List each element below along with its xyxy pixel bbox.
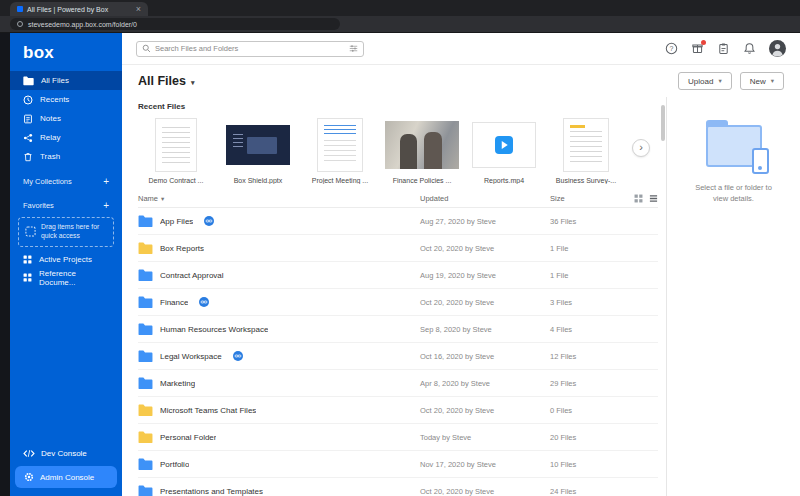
column-header-size[interactable]: Size	[550, 194, 622, 203]
tasks-icon[interactable]	[717, 42, 730, 55]
sidebar-nav-item[interactable]: Recents	[10, 90, 122, 109]
sidebar-bottom-item[interactable]: Admin Console	[15, 466, 117, 488]
page-title[interactable]: All Files	[138, 74, 194, 88]
file-thumbnail	[155, 118, 197, 172]
table-row[interactable]: Box Reports Oct 20, 2020 by Steve 1 File	[138, 235, 658, 262]
favorite-item[interactable]: Active Projects	[10, 251, 122, 269]
table-header: Name Updated Size	[138, 190, 658, 208]
upload-button[interactable]: Upload	[678, 72, 732, 90]
folder-illustration-icon	[706, 125, 762, 167]
notifications-icon[interactable]	[743, 42, 756, 55]
recent-file-card[interactable]: Reports.mp4	[466, 117, 542, 184]
table-row[interactable]: Finance Oct 20, 2020 by Steve 3 Files	[138, 289, 658, 316]
sidebar-nav-label: All Files	[41, 76, 69, 85]
row-name-cell: App Files	[138, 215, 420, 228]
search-input[interactable]	[155, 44, 345, 53]
drag-drop-hint: Drag items here for quick access	[18, 217, 114, 247]
url-text: stevesedemo.app.box.com/folder/0	[28, 21, 137, 28]
row-name-cell: Marketing	[138, 377, 420, 390]
folder-icon	[138, 458, 153, 471]
browser-chrome: All Files | Powered by Box stevesedemo.a…	[0, 0, 800, 33]
row-size: 10 Files	[550, 460, 622, 469]
view-toggle	[622, 194, 658, 203]
file-thumbnail	[385, 121, 459, 169]
table-row[interactable]: App Files Aug 27, 2020 by Steve 36 Files	[138, 208, 658, 235]
sidebar-bottom-label: Admin Console	[40, 473, 94, 482]
table-row[interactable]: Presentations and Templates Oct 20, 2020…	[138, 478, 658, 496]
folder-icon	[138, 350, 153, 363]
new-button[interactable]: New	[740, 72, 784, 90]
sidebar-nav-item[interactable]: All Files	[10, 71, 122, 90]
recent-file-name: Finance Policies ...	[384, 177, 460, 184]
grid-view-icon[interactable]	[634, 194, 643, 203]
scrollbar[interactable]	[661, 105, 665, 141]
site-info-icon[interactable]	[17, 21, 23, 27]
help-icon[interactable]: ?	[665, 42, 678, 55]
whats-new-icon[interactable]	[691, 42, 704, 55]
browser-toolbar: stevesedemo.app.box.com/folder/0	[0, 16, 800, 33]
recent-file-card[interactable]: Project Meeting ...	[302, 117, 378, 184]
folder-icon	[138, 431, 153, 444]
scroll-right-button[interactable]	[632, 139, 650, 157]
address-bar[interactable]: stevesedemo.app.box.com/folder/0	[10, 18, 340, 30]
table-row[interactable]: Contract Approval Aug 19, 2020 by Steve …	[138, 262, 658, 289]
favorite-item[interactable]: Reference Docume...	[10, 269, 122, 287]
user-avatar[interactable]	[769, 40, 786, 57]
app-window: box All Files Recents Notes Relay Trash	[0, 33, 800, 496]
recent-file-card[interactable]: Business Survey-...	[548, 117, 624, 184]
sidebar-nav-item[interactable]: Notes	[10, 109, 122, 128]
recent-file-name: Reports.mp4	[466, 177, 542, 184]
search-filter-icon[interactable]	[349, 44, 358, 53]
add-collection-icon[interactable]: +	[103, 177, 109, 187]
notification-badge	[701, 40, 706, 45]
table-row[interactable]: Portfolio Nov 17, 2020 by Steve 10 Files	[138, 451, 658, 478]
header-icons: ?	[665, 40, 786, 57]
tab-title: All Files | Powered by Box	[27, 6, 108, 13]
sidebar-nav-icon	[23, 133, 33, 143]
tab-close-icon[interactable]	[136, 5, 141, 14]
new-button-label: New	[750, 77, 766, 86]
collection-icon	[23, 273, 32, 282]
file-list: App Files Aug 27, 2020 by Steve 36 Files	[138, 208, 658, 496]
app-header: ?	[122, 33, 800, 65]
sidebar-nav-icon	[23, 114, 33, 124]
file-thumbnail-wrap	[138, 117, 214, 173]
column-name-label: Name	[138, 194, 158, 203]
shared-link-icon	[204, 216, 214, 226]
recent-file-card[interactable]: Finance Policies ...	[384, 117, 460, 184]
recent-files-carousel: Demo Contract ... Box Shield.pptx	[138, 117, 658, 184]
table-row[interactable]: Legal Workspace Oct 16, 2020 by Steve 12…	[138, 343, 658, 370]
row-name-cell: Box Reports	[138, 242, 420, 255]
sidebar-nav-item[interactable]: Trash	[10, 147, 122, 166]
illustration-device	[752, 148, 769, 174]
row-name-cell: Personal Folder	[138, 431, 420, 444]
column-header-updated[interactable]: Updated	[420, 194, 550, 203]
sidebar-nav-item[interactable]: Relay	[10, 128, 122, 147]
tab-strip: All Files | Powered by Box	[0, 0, 800, 16]
column-header-name[interactable]: Name	[138, 194, 420, 203]
search-bar[interactable]	[136, 41, 364, 57]
file-thumbnail	[563, 118, 609, 172]
shared-link-icon	[233, 351, 243, 361]
recent-file-card[interactable]: Box Shield.pptx	[220, 117, 296, 184]
row-updated: Oct 16, 2020 by Steve	[420, 352, 550, 361]
content-header: All Files Upload New	[122, 65, 800, 97]
table-row[interactable]: Marketing Apr 8, 2020 by Steve 29 Files	[138, 370, 658, 397]
recent-file-card[interactable]: Demo Contract ...	[138, 117, 214, 184]
file-thumbnail-wrap	[384, 117, 460, 173]
row-updated: Apr 8, 2020 by Steve	[420, 379, 550, 388]
table-row[interactable]: Human Resources Workspace Sep 8, 2020 by…	[138, 316, 658, 343]
file-area: Recent Files Demo Contract ...	[122, 97, 666, 496]
table-row[interactable]: Personal Folder Today by Steve 20 Files	[138, 424, 658, 451]
row-size: 1 File	[550, 244, 622, 253]
browser-tab[interactable]: All Files | Powered by Box	[10, 2, 148, 16]
row-size: 0 Files	[550, 406, 622, 415]
add-favorite-icon[interactable]: +	[103, 201, 109, 211]
list-view-icon[interactable]	[649, 194, 658, 203]
row-name: Microsoft Teams Chat Files	[160, 406, 256, 415]
table-row[interactable]: Microsoft Teams Chat Files Oct 20, 2020 …	[138, 397, 658, 424]
sidebar-nav-label: Recents	[40, 95, 69, 104]
file-thumbnail	[226, 125, 290, 165]
sidebar-bottom-item[interactable]: Dev Console	[10, 444, 122, 463]
sidebar-nav-icon	[23, 152, 33, 162]
